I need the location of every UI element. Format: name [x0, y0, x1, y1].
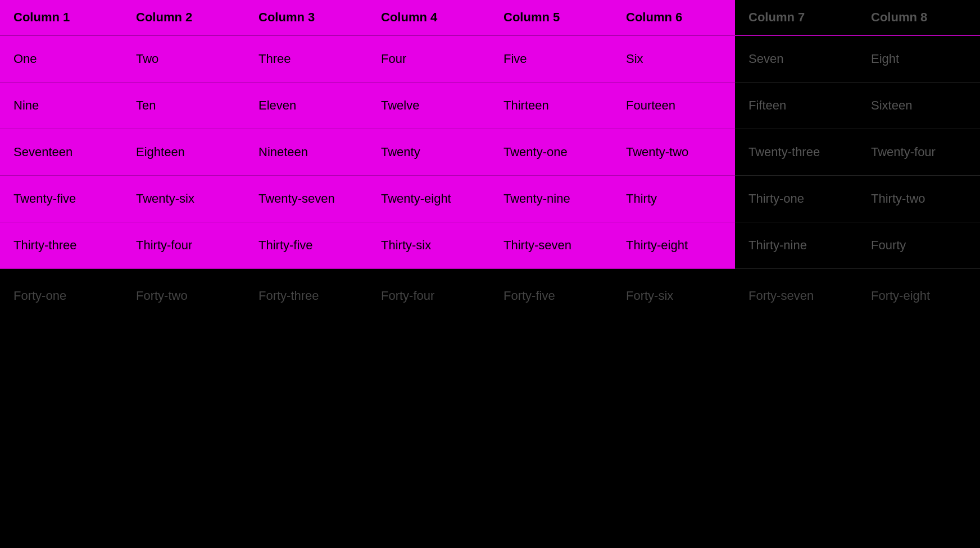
cell-r4-c6: Thirty: [612, 176, 735, 222]
footer-cell-c5: Forty-five: [490, 269, 612, 323]
cell-r2-c1: Nine: [0, 83, 122, 129]
table-row: NineTenElevenTwelveThirteenFourteenFifte…: [0, 83, 980, 129]
cell-r2-c4: Twelve: [368, 83, 490, 129]
footer-row: Forty-oneForty-twoForty-threeForty-fourF…: [0, 269, 980, 323]
footer-cell-c1: Forty-one: [0, 269, 122, 323]
header-col4: Column 4: [368, 0, 490, 35]
cell-r5-c6: Thirty-eight: [612, 222, 735, 269]
footer-cell-c7: Forty-seven: [735, 269, 858, 323]
cell-r4-c3: Twenty-seven: [245, 176, 368, 222]
cell-r2-c2: Ten: [122, 83, 245, 129]
cell-r2-c5: Thirteen: [490, 83, 612, 129]
cell-r1-c1: One: [0, 35, 122, 83]
footer-cell-c4: Forty-four: [368, 269, 490, 323]
cell-r5-c8: Fourty: [858, 222, 980, 269]
cell-r1-c2: Two: [122, 35, 245, 83]
cell-r3-c1: Seventeen: [0, 129, 122, 176]
cell-r1-c6: Six: [612, 35, 735, 83]
cell-r5-c1: Thirty-three: [0, 222, 122, 269]
cell-r4-c2: Twenty-six: [122, 176, 245, 222]
cell-r5-c7: Thirty-nine: [735, 222, 858, 269]
cell-r2-c8: Sixteen: [858, 83, 980, 129]
cell-r2-c6: Fourteen: [612, 83, 735, 129]
cell-r5-c3: Thirty-five: [245, 222, 368, 269]
footer-cell-c2: Forty-two: [122, 269, 245, 323]
header-col1: Column 1: [0, 0, 122, 35]
table-row: Thirty-threeThirty-fourThirty-fiveThirty…: [0, 222, 980, 269]
cell-r3-c8: Twenty-four: [858, 129, 980, 176]
cell-r4-c7: Thirty-one: [735, 176, 858, 222]
header-col6: Column 6: [612, 0, 735, 35]
cell-r1-c5: Five: [490, 35, 612, 83]
cell-r3-c3: Nineteen: [245, 129, 368, 176]
cell-r2-c7: Fifteen: [735, 83, 858, 129]
cell-r3-c5: Twenty-one: [490, 129, 612, 176]
table-row: Twenty-fiveTwenty-sixTwenty-sevenTwenty-…: [0, 176, 980, 222]
cell-r1-c3: Three: [245, 35, 368, 83]
cell-r1-c7: Seven: [735, 35, 858, 83]
header-col5: Column 5: [490, 0, 612, 35]
table-body: OneTwoThreeFourFiveSixSevenEightNineTenE…: [0, 35, 980, 323]
cell-r4-c8: Thirty-two: [858, 176, 980, 222]
cell-r5-c5: Thirty-seven: [490, 222, 612, 269]
data-table: Column 1Column 2Column 3Column 4Column 5…: [0, 0, 980, 323]
cell-r3-c6: Twenty-two: [612, 129, 735, 176]
cell-r4-c1: Twenty-five: [0, 176, 122, 222]
cell-r3-c4: Twenty: [368, 129, 490, 176]
header-col3: Column 3: [245, 0, 368, 35]
footer-cell-c6: Forty-six: [612, 269, 735, 323]
table-row: SeventeenEighteenNineteenTwentyTwenty-on…: [0, 129, 980, 176]
cell-r1-c4: Four: [368, 35, 490, 83]
table-row: OneTwoThreeFourFiveSixSevenEight: [0, 35, 980, 83]
footer-cell-c3: Forty-three: [245, 269, 368, 323]
table-container: Column 1Column 2Column 3Column 4Column 5…: [0, 0, 980, 323]
header-row: Column 1Column 2Column 3Column 4Column 5…: [0, 0, 980, 35]
header-col7: Column 7: [735, 0, 858, 35]
cell-r3-c7: Twenty-three: [735, 129, 858, 176]
cell-r3-c2: Eighteen: [122, 129, 245, 176]
cell-r2-c3: Eleven: [245, 83, 368, 129]
cell-r4-c4: Twenty-eight: [368, 176, 490, 222]
header-col2: Column 2: [122, 0, 245, 35]
cell-r5-c4: Thirty-six: [368, 222, 490, 269]
cell-r1-c8: Eight: [858, 35, 980, 83]
cell-r5-c2: Thirty-four: [122, 222, 245, 269]
cell-r4-c5: Twenty-nine: [490, 176, 612, 222]
header-col8: Column 8: [858, 0, 980, 35]
footer-cell-c8: Forty-eight: [858, 269, 980, 323]
